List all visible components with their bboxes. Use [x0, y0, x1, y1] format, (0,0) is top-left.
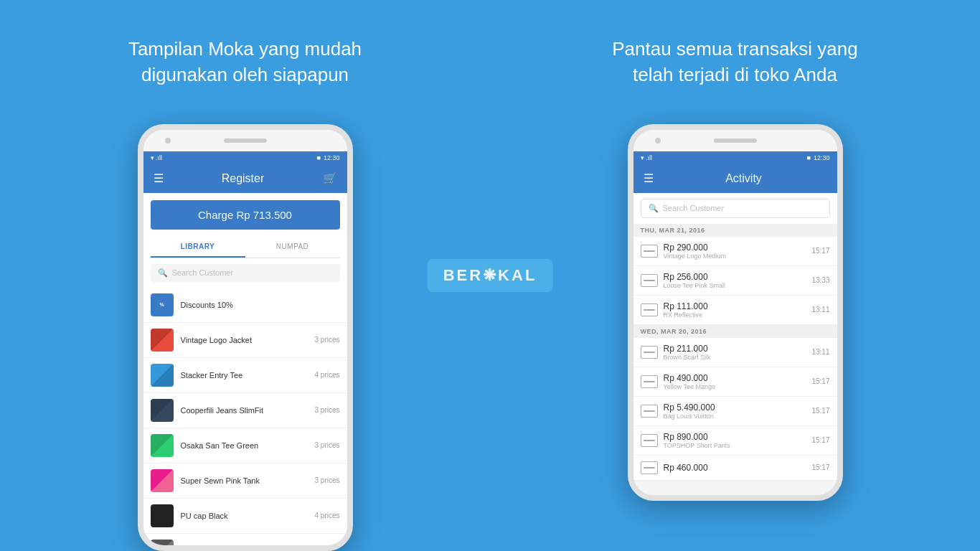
cart-icon[interactable]: 🛒 [323, 171, 337, 185]
phone-top-bar-right [633, 130, 837, 151]
transaction-desc-3: RX Reflective [664, 311, 806, 319]
product-prices-pink: 3 prices [314, 476, 339, 484]
product-info-jeans: Cooperfili Jeans SlimFit [181, 406, 308, 415]
transaction-info-2: Rp 256.000 Loose Tee Pink Small [664, 272, 806, 289]
transaction-item[interactable]: Rp 890.000 TOPSHOP Short Pants 15:17 [633, 426, 837, 456]
search-placeholder-left: Search Customer [172, 268, 234, 277]
transaction-info-7: Rp 890.000 TOPSHOP Short Pants [664, 432, 806, 449]
battery-left: ■ [317, 154, 321, 161]
transaction-info-6: Rp 5.490.000 Bag Louis Vuitton [664, 402, 806, 420]
list-item[interactable]: PU cap Black 4 prices [143, 499, 347, 534]
list-item[interactable]: Super Sewn Pink Tank 3 prices [143, 463, 347, 499]
transaction-item[interactable]: Rp 460.000 15:17 [633, 456, 837, 481]
transaction-card-icon [641, 303, 658, 316]
phone-top-bar-left [143, 130, 347, 151]
signal-icons-right: ▾ .ıll [641, 154, 804, 161]
product-prices-osaka: 3 prices [314, 441, 339, 449]
transaction-time-1: 15:17 [811, 247, 829, 255]
transaction-time-8: 15:17 [811, 463, 829, 471]
thumb-osaka [151, 434, 174, 457]
menu-icon-right[interactable]: ☰ [644, 171, 654, 185]
transaction-amount-1: Rp 290.000 [664, 242, 806, 253]
transaction-time-5: 15:17 [811, 377, 829, 385]
tabs-bar: LIBRARY NUMPAD [151, 237, 340, 258]
product-info-osaka: Osaka San Tee Green [181, 441, 308, 450]
activity-search-bar[interactable]: 🔍 Search Customer [641, 199, 830, 218]
search-bar-left[interactable]: 🔍 Search Customer [151, 264, 340, 282]
tab-numpad[interactable]: NUMPAD [245, 237, 340, 258]
list-item[interactable]: Osaka San Tee Green 3 prices [143, 428, 347, 463]
charge-button[interactable]: Charge Rp 713.500 [151, 200, 340, 230]
product-prices-tee: 4 prices [314, 371, 339, 379]
transaction-info-5: Rp 490.000 Yellow Tee Mango [664, 373, 806, 390]
transaction-info-3: Rp 111.000 RX Reflective [664, 301, 806, 319]
product-prices-cap: 4 prices [314, 512, 339, 519]
main-container: Tampilan Moka yang mudah digunakan oleh … [0, 0, 980, 551]
date-separator-thu: THU, MAR 21, 2016 [633, 224, 837, 237]
product-info-cap: PU cap Black [181, 512, 308, 520]
transaction-amount-7: Rp 890.000 [664, 432, 806, 442]
transaction-amount-4: Rp 211.000 [664, 344, 806, 354]
transaction-info-1: Rp 290.000 Vintage Logo Medium [664, 242, 806, 260]
product-name-osaka: Osaka San Tee Green [181, 441, 308, 450]
transaction-time-2: 13:33 [811, 276, 829, 284]
product-info-discount: Discounts 10% [181, 301, 340, 309]
transaction-item[interactable]: Rp 290.000 Vintage Logo Medium 15:17 [633, 237, 837, 266]
transaction-info-4: Rp 211.000 Brown Scarf Silk [664, 344, 806, 361]
product-name-tee: Stacker Entry Tee [181, 371, 308, 380]
product-name-satisfaction: Satisfaction Tee [181, 547, 308, 551]
activity-search-placeholder: Search Customer [663, 204, 725, 212]
thumb-tee [151, 364, 174, 387]
transaction-time-3: 13:11 [811, 306, 829, 314]
transaction-desc-2: Loose Tee Pink Small [664, 282, 806, 289]
transaction-card-icon [641, 434, 658, 447]
transaction-amount-8: Rp 460.000 [664, 463, 806, 473]
transaction-amount-3: Rp 111.000 [664, 301, 806, 311]
transaction-item[interactable]: Rp 111.000 RX Reflective 13:11 [633, 296, 837, 325]
transaction-desc-4: Brown Scarf Silk [664, 354, 806, 361]
transaction-amount-2: Rp 256.000 [664, 272, 806, 282]
transaction-info-8: Rp 460.000 [664, 463, 806, 473]
status-bar-right: ▾ .ıll ■ 12:30 [633, 151, 837, 164]
product-prices-satisfaction: 3 prices [314, 547, 339, 551]
product-name-jacket: Vintage Logo Jacket [181, 336, 308, 344]
left-panel-title: Tampilan Moka yang mudah digunakan oleh … [128, 36, 362, 88]
product-info-satisfaction: Satisfaction Tee [181, 547, 308, 551]
thumb-pink [151, 469, 174, 492]
tab-library[interactable]: LIBRARY [151, 237, 245, 258]
left-panel: Tampilan Moka yang mudah digunakan oleh … [0, 0, 490, 551]
register-header: ☰ Register 🛒 [143, 164, 347, 193]
list-item[interactable]: Stacker Entry Tee 4 prices [143, 358, 347, 393]
product-list: % Discounts 10% Vintage Logo Jacket 3 pr… [143, 288, 347, 551]
transaction-time-4: 13:11 [811, 348, 829, 356]
transaction-time-6: 15:17 [811, 407, 829, 415]
date-separator-wed: WED, MAR 20, 2016 [633, 325, 837, 338]
left-phone-screen: ▾ .ıll ■ 12:30 ☰ Register 🛒 Charge Rp 71… [143, 151, 347, 551]
battery-right: ■ [807, 154, 811, 161]
transaction-item[interactable]: Rp 211.000 Brown Scarf Silk 13:11 [633, 338, 837, 367]
transaction-card-icon [641, 346, 658, 359]
product-info-jacket: Vintage Logo Jacket [181, 336, 308, 344]
right-panel: Pantau semua transaksi yang telah terjad… [490, 0, 980, 551]
transaction-card-icon [641, 375, 658, 388]
activity-title: Activity [661, 172, 827, 185]
transaction-desc-5: Yellow Tee Mango [664, 383, 806, 390]
product-name-jeans: Cooperfili Jeans SlimFit [181, 406, 308, 415]
transaction-amount-6: Rp 5.490.000 [664, 402, 806, 413]
menu-icon-left[interactable]: ☰ [154, 171, 164, 185]
product-info-tee: Stacker Entry Tee [181, 371, 308, 380]
transaction-desc-7: TOPSHOP Short Pants [664, 442, 806, 449]
thumb-jacket [151, 329, 174, 352]
phone-camera-right [655, 138, 661, 143]
right-phone-screen: ▾ .ıll ■ 12:30 ☰ Activity 🔍 Search Custo… [633, 151, 837, 481]
transaction-item[interactable]: Rp 5.490.000 Bag Louis Vuitton 15:17 [633, 397, 837, 426]
list-item[interactable]: Cooperfili Jeans SlimFit 3 prices [143, 393, 347, 428]
list-item[interactable]: Satisfaction Tee 3 prices [143, 534, 347, 551]
list-item[interactable]: % Discounts 10% [143, 288, 347, 323]
time-left: 12:30 [324, 154, 340, 161]
transaction-item[interactable]: Rp 256.000 Loose Tee Pink Small 13:33 [633, 266, 837, 296]
list-item[interactable]: Vintage Logo Jacket 3 prices [143, 323, 347, 358]
transaction-item[interactable]: Rp 490.000 Yellow Tee Mango 15:17 [633, 367, 837, 397]
transaction-time-7: 15:17 [811, 436, 829, 444]
transaction-desc-6: Bag Louis Vuitton [664, 413, 806, 420]
